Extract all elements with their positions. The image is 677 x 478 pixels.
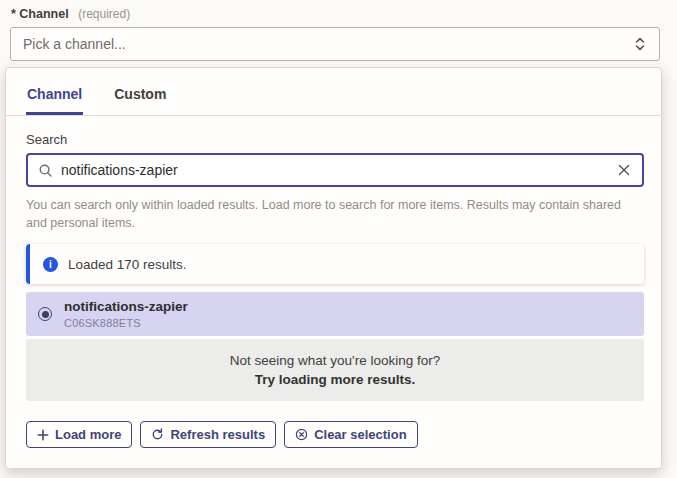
field-header: * Channel (required) [11, 7, 130, 21]
option-title: notifications-zapier [64, 299, 188, 315]
hint-line-2: Try loading more results. [255, 372, 416, 387]
refresh-results-button[interactable]: Refresh results [140, 421, 276, 448]
dropdown-content: Search You can search only within loaded… [6, 116, 661, 448]
option-id: C06SK888ETS [64, 317, 188, 329]
search-helper-text: You can search only within loaded result… [26, 196, 628, 232]
clear-selection-button[interactable]: Clear selection [284, 421, 418, 448]
search-input[interactable] [61, 162, 608, 178]
hint-line-1: Not seeing what you're looking for? [230, 353, 440, 368]
info-banner-accent-bar [26, 244, 30, 284]
info-banner: Loaded 170 results. [26, 244, 644, 284]
x-circle-icon [295, 428, 308, 441]
option-text: notifications-zapier C06SK888ETS [64, 299, 188, 329]
search-input-wrapper [26, 153, 644, 187]
chevron-up-down-icon [633, 36, 647, 52]
select-placeholder: Pick a channel... [23, 36, 633, 52]
dropdown-tabs: Channel Custom [6, 68, 661, 116]
search-label: Search [26, 132, 644, 147]
clear-selection-label: Clear selection [314, 427, 407, 442]
plus-icon [37, 429, 49, 441]
channel-select-trigger[interactable]: Pick a channel... [10, 27, 660, 61]
info-banner-text: Loaded 170 results. [68, 257, 187, 272]
channel-dropdown-panel: Channel Custom Search You can search onl… [5, 67, 662, 469]
field-label: * Channel [11, 7, 69, 21]
load-more-button[interactable]: Load more [26, 421, 132, 448]
radio-selected-icon [38, 307, 52, 321]
tab-custom[interactable]: Custom [113, 86, 167, 115]
field-required-note: (required) [78, 7, 130, 21]
magnifier-icon [38, 163, 53, 178]
page: * Channel (required) Pick a channel... C… [0, 0, 677, 478]
info-circle-icon [43, 257, 58, 272]
channel-option-selected[interactable]: notifications-zapier C06SK888ETS [26, 292, 644, 336]
refresh-arrow-icon [151, 428, 164, 441]
clear-search-button[interactable] [616, 162, 632, 178]
refresh-results-label: Refresh results [170, 427, 265, 442]
tab-channel[interactable]: Channel [26, 86, 83, 115]
dropdown-footer: Load more Refresh results Clear selectio… [26, 421, 644, 448]
load-more-label: Load more [55, 427, 121, 442]
load-more-hint: Not seeing what you're looking for? Try … [26, 339, 644, 401]
